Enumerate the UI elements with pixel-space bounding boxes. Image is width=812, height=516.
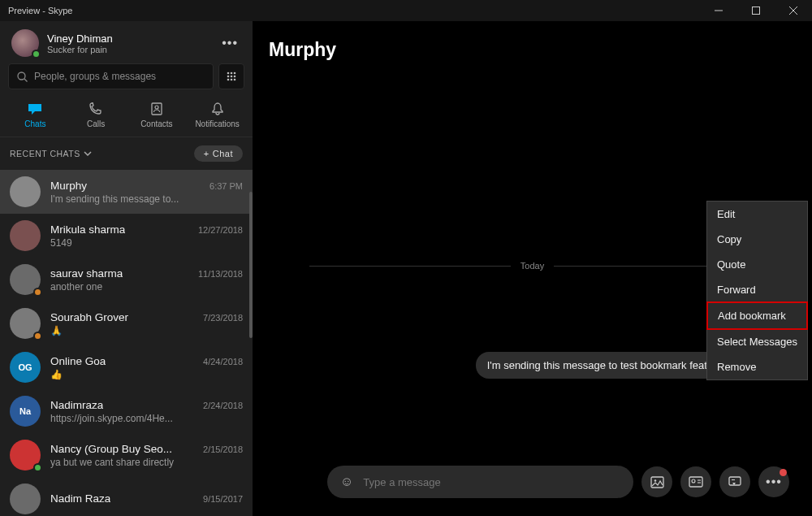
svg-line-5 [24, 79, 28, 82]
chat-item[interactable]: NaNadimraza2/24/2018https://join.skype.c… [0, 389, 253, 433]
chat-item-time: 2/24/2018 [203, 401, 243, 410]
svg-point-12 [227, 79, 230, 81]
chat-item-time: 11/13/2018 [198, 269, 243, 279]
chats-icon [28, 101, 42, 117]
recent-chats-label[interactable]: RECENT CHATS [10, 149, 80, 158]
chat-item-preview: 5149 [50, 237, 243, 249]
conversation-header[interactable]: Murphy [253, 21, 812, 79]
more-icon: ••• [766, 475, 782, 489]
chat-item[interactable]: Mrikula sharma12/27/20185149 [0, 214, 253, 258]
image-icon [650, 476, 664, 488]
chat-avatar [10, 264, 41, 295]
plus-icon: + [204, 149, 209, 158]
chat-item-time: 9/15/2017 [203, 494, 243, 504]
close-button[interactable] [775, 0, 812, 21]
menu-select-messages[interactable]: Select Messages [707, 329, 807, 354]
menu-remove[interactable]: Remove [707, 354, 807, 379]
svg-point-4 [18, 72, 25, 80]
chat-item[interactable]: Sourabh Grover7/23/2018🙏 [0, 301, 253, 345]
contact-card-icon [689, 476, 703, 488]
chat-item-name: Mrikula sharma [50, 223, 125, 236]
message-input[interactable] [363, 476, 620, 488]
chat-item-preview: 👍 [50, 369, 243, 380]
svg-point-10 [231, 76, 233, 78]
chat-list: Murphy6:37 PMI'm sending this message to… [0, 170, 253, 516]
nav-tabs: Chats Calls Contacts Notifications [0, 96, 253, 137]
chat-item-name: saurav sharma [50, 267, 123, 280]
menu-add-bookmark[interactable]: Add bookmark [706, 301, 808, 330]
svg-point-16 [155, 106, 158, 109]
svg-rect-17 [651, 477, 663, 488]
calls-icon [89, 101, 102, 117]
search-input[interactable]: People, groups & messages [8, 63, 214, 89]
chat-item-time: 2/15/2018 [203, 444, 243, 454]
chat-item-name: Nadim Raza [50, 492, 110, 505]
emoji-icon[interactable]: ☺ [340, 475, 353, 489]
more-icon[interactable]: ••• [218, 33, 241, 54]
svg-point-14 [234, 79, 236, 81]
conversation-pane: Murphy Today I'm sending this message to… [253, 21, 812, 516]
attachment-button[interactable] [641, 466, 672, 497]
contacts-icon [150, 101, 163, 117]
svg-point-9 [227, 76, 230, 78]
search-icon [17, 72, 28, 82]
chat-avatar [10, 440, 41, 470]
chat-avatar [10, 176, 41, 207]
tab-contacts[interactable]: Contacts [128, 101, 185, 128]
chat-avatar: Na [10, 396, 41, 427]
svg-point-13 [231, 79, 233, 81]
maximize-button[interactable] [737, 0, 775, 21]
chat-item-time: 12/27/2018 [198, 225, 243, 235]
chat-item-preview: https://join.skype.com/4He... [50, 413, 243, 424]
svg-point-8 [234, 72, 236, 75]
chat-item[interactable]: Nadim Raza9/15/2017 [0, 477, 253, 516]
chat-avatar [10, 220, 41, 251]
svg-point-6 [227, 72, 230, 75]
chat-avatar: OG [10, 352, 41, 383]
svg-point-7 [231, 72, 233, 75]
minimize-button[interactable] [700, 0, 737, 21]
chat-item-preview: 🙏 [50, 325, 243, 336]
section-header: RECENT CHATS + Chat [0, 137, 253, 170]
menu-quote[interactable]: Quote [707, 252, 807, 277]
chat-item[interactable]: saurav sharma11/13/2018another one [0, 258, 253, 301]
svg-point-20 [692, 479, 695, 483]
chat-item-name: Online Goa [50, 355, 106, 367]
menu-copy[interactable]: Copy [707, 227, 807, 252]
more-button[interactable]: ••• [758, 466, 789, 497]
profile-mood: Sucker for pain [47, 45, 113, 54]
dialpad-button[interactable] [218, 63, 244, 89]
quote-button[interactable] [719, 466, 750, 497]
bell-icon [212, 101, 223, 117]
window-title: Preview - Skype [8, 6, 72, 15]
chat-item-preview: ya but we cant share directly [50, 457, 243, 468]
notification-badge [780, 469, 787, 476]
chat-avatar [10, 483, 41, 514]
chat-item-time: 6:37 PM [209, 181, 243, 191]
contact-card-button[interactable] [680, 466, 711, 497]
tab-chats[interactable]: Chats [6, 101, 63, 128]
tab-calls[interactable]: Calls [67, 101, 124, 128]
search-placeholder: People, groups & messages [34, 71, 156, 82]
tab-notifications[interactable]: Notifications [189, 101, 246, 128]
svg-rect-1 [753, 7, 760, 15]
menu-edit[interactable]: Edit [707, 202, 807, 227]
chevron-down-icon[interactable] [84, 150, 92, 157]
composer[interactable]: ☺ [327, 466, 633, 498]
profile-name: Viney Dhiman [47, 33, 113, 45]
new-chat-button[interactable]: + Chat [194, 145, 243, 162]
chat-item-preview: I'm sending this message to... [50, 193, 243, 205]
profile-row[interactable]: Viney Dhiman Sucker for pain ••• [0, 21, 253, 63]
dialpad-icon [226, 71, 237, 82]
chat-item-name: Nancy (Group Buy Seo... [50, 443, 172, 455]
chat-item-time: 7/23/2018 [203, 313, 243, 323]
avatar[interactable] [11, 29, 39, 57]
titlebar: Preview - Skype [0, 0, 812, 21]
chat-item-name: Murphy [50, 180, 87, 192]
chat-item[interactable]: OGOnline Goa4/24/2018👍 [0, 345, 253, 389]
svg-rect-19 [689, 477, 702, 487]
chat-item[interactable]: Murphy6:37 PMI'm sending this message to… [0, 170, 253, 214]
chat-item[interactable]: Nancy (Group Buy Seo...2/15/2018ya but w… [0, 433, 253, 477]
chat-avatar [10, 308, 41, 339]
menu-forward[interactable]: Forward [707, 277, 807, 302]
